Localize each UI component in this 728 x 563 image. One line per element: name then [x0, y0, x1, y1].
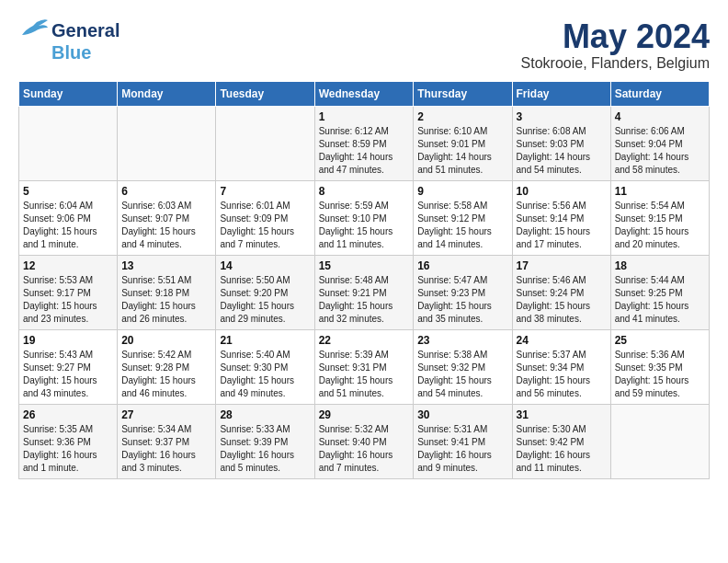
cell-info: Sunrise: 5:43 AMSunset: 9:27 PMDaylight:…	[23, 349, 113, 400]
cell-info: Sunrise: 5:59 AMSunset: 9:10 PMDaylight:…	[319, 200, 410, 251]
day-number: 20	[121, 334, 211, 347]
calendar-cell: 19Sunrise: 5:43 AMSunset: 9:27 PMDayligh…	[19, 329, 118, 404]
day-header-friday: Friday	[512, 81, 610, 106]
calendar-cell	[118, 106, 216, 180]
cell-info: Sunrise: 5:36 AMSunset: 9:35 PMDaylight:…	[615, 349, 705, 400]
calendar-cell: 30Sunrise: 5:31 AMSunset: 9:41 PMDayligh…	[414, 404, 512, 478]
day-number: 24	[517, 334, 607, 347]
calendar-cell: 23Sunrise: 5:38 AMSunset: 9:32 PMDayligh…	[414, 329, 512, 404]
day-number: 31	[517, 408, 607, 421]
week-row-1: 1Sunrise: 6:12 AMSunset: 8:59 PMDaylight…	[19, 106, 710, 180]
day-number: 23	[417, 334, 507, 347]
calendar-cell: 13Sunrise: 5:51 AMSunset: 9:18 PMDayligh…	[118, 255, 216, 329]
cell-info: Sunrise: 6:06 AMSunset: 9:04 PMDaylight:…	[615, 125, 705, 177]
calendar-cell: 27Sunrise: 5:34 AMSunset: 9:37 PMDayligh…	[118, 404, 216, 478]
cell-info: Sunrise: 6:04 AMSunset: 9:06 PMDaylight:…	[23, 200, 113, 251]
calendar-cell: 21Sunrise: 5:40 AMSunset: 9:30 PMDayligh…	[216, 329, 314, 404]
cell-info: Sunrise: 5:42 AMSunset: 9:28 PMDaylight:…	[121, 349, 211, 400]
day-header-thursday: Thursday	[414, 81, 512, 106]
logo-icon	[18, 18, 48, 42]
calendar-cell: 9Sunrise: 5:58 AMSunset: 9:12 PMDaylight…	[414, 180, 512, 255]
day-header-tuesday: Tuesday	[216, 81, 314, 106]
day-header-monday: Monday	[118, 81, 216, 106]
calendar-cell: 20Sunrise: 5:42 AMSunset: 9:28 PMDayligh…	[118, 329, 216, 404]
cell-info: Sunrise: 5:30 AMSunset: 9:42 PMDaylight:…	[517, 423, 607, 475]
month-title: May 2024	[521, 18, 710, 55]
title-block: May 2024 Stokrooie, Flanders, Belgium	[521, 18, 710, 72]
calendar-cell: 8Sunrise: 5:59 AMSunset: 9:10 PMDaylight…	[314, 180, 414, 255]
calendar-cell: 15Sunrise: 5:48 AMSunset: 9:21 PMDayligh…	[314, 255, 414, 329]
calendar-cell: 10Sunrise: 5:56 AMSunset: 9:14 PMDayligh…	[512, 180, 610, 255]
day-number: 5	[23, 185, 113, 198]
calendar-cell: 18Sunrise: 5:44 AMSunset: 9:25 PMDayligh…	[610, 255, 709, 329]
week-row-3: 12Sunrise: 5:53 AMSunset: 9:17 PMDayligh…	[19, 255, 710, 329]
day-number: 8	[319, 185, 410, 198]
calendar-cell: 24Sunrise: 5:37 AMSunset: 9:34 PMDayligh…	[512, 329, 610, 404]
cell-info: Sunrise: 5:56 AMSunset: 9:14 PMDaylight:…	[517, 200, 607, 251]
logo-blue: Blue	[51, 42, 91, 63]
day-number: 14	[220, 259, 310, 272]
day-number: 13	[121, 259, 211, 272]
cell-info: Sunrise: 6:01 AMSunset: 9:09 PMDaylight:…	[220, 200, 310, 251]
day-number: 10	[517, 185, 607, 198]
cell-info: Sunrise: 5:31 AMSunset: 9:41 PMDaylight:…	[417, 423, 507, 475]
calendar-cell	[216, 106, 314, 180]
day-number: 19	[23, 334, 113, 347]
calendar-cell: 1Sunrise: 6:12 AMSunset: 8:59 PMDaylight…	[314, 106, 414, 180]
day-number: 7	[220, 185, 310, 198]
cell-info: Sunrise: 5:39 AMSunset: 9:31 PMDaylight:…	[319, 349, 410, 400]
week-row-4: 19Sunrise: 5:43 AMSunset: 9:27 PMDayligh…	[19, 329, 710, 404]
calendar-table: SundayMondayTuesdayWednesdayThursdayFrid…	[18, 81, 710, 479]
day-number: 9	[417, 185, 507, 198]
calendar-cell: 3Sunrise: 6:08 AMSunset: 9:03 PMDaylight…	[512, 106, 610, 180]
calendar-cell: 12Sunrise: 5:53 AMSunset: 9:17 PMDayligh…	[19, 255, 118, 329]
week-row-2: 5Sunrise: 6:04 AMSunset: 9:06 PMDaylight…	[19, 180, 710, 255]
cell-info: Sunrise: 6:08 AMSunset: 9:03 PMDaylight:…	[517, 125, 607, 177]
cell-info: Sunrise: 6:12 AMSunset: 8:59 PMDaylight:…	[319, 125, 410, 177]
cell-info: Sunrise: 5:32 AMSunset: 9:40 PMDaylight:…	[319, 423, 410, 475]
day-number: 25	[615, 334, 705, 347]
day-number: 22	[319, 334, 410, 347]
day-number: 30	[417, 408, 507, 421]
logo-general: General	[51, 20, 119, 41]
calendar-cell: 17Sunrise: 5:46 AMSunset: 9:24 PMDayligh…	[512, 255, 610, 329]
week-row-5: 26Sunrise: 5:35 AMSunset: 9:36 PMDayligh…	[19, 404, 710, 478]
day-header-saturday: Saturday	[610, 81, 709, 106]
calendar-cell: 26Sunrise: 5:35 AMSunset: 9:36 PMDayligh…	[19, 404, 118, 478]
calendar-cell: 29Sunrise: 5:32 AMSunset: 9:40 PMDayligh…	[314, 404, 414, 478]
cell-info: Sunrise: 5:47 AMSunset: 9:23 PMDaylight:…	[417, 274, 507, 326]
calendar-cell: 31Sunrise: 5:30 AMSunset: 9:42 PMDayligh…	[512, 404, 610, 478]
day-number: 17	[517, 259, 607, 272]
cell-info: Sunrise: 5:40 AMSunset: 9:30 PMDaylight:…	[220, 349, 310, 400]
calendar-cell: 5Sunrise: 6:04 AMSunset: 9:06 PMDaylight…	[19, 180, 118, 255]
cell-info: Sunrise: 5:48 AMSunset: 9:21 PMDaylight:…	[319, 274, 410, 326]
cell-info: Sunrise: 5:51 AMSunset: 9:18 PMDaylight:…	[121, 274, 211, 326]
day-number: 1	[319, 110, 410, 123]
calendar-cell	[610, 404, 709, 478]
day-number: 16	[417, 259, 507, 272]
day-number: 29	[319, 408, 410, 421]
day-number: 4	[615, 110, 705, 123]
cell-info: Sunrise: 5:50 AMSunset: 9:20 PMDaylight:…	[220, 274, 310, 326]
page-header: General Blue May 2024 Stokrooie, Flander…	[18, 18, 710, 72]
cell-info: Sunrise: 5:38 AMSunset: 9:32 PMDaylight:…	[417, 349, 507, 400]
calendar-cell	[19, 106, 118, 180]
day-number: 2	[417, 110, 507, 123]
calendar-cell: 7Sunrise: 6:01 AMSunset: 9:09 PMDaylight…	[216, 180, 314, 255]
day-number: 28	[220, 408, 310, 421]
day-number: 3	[517, 110, 607, 123]
day-header-wednesday: Wednesday	[314, 81, 414, 106]
location-subtitle: Stokrooie, Flanders, Belgium	[521, 55, 710, 72]
day-number: 21	[220, 334, 310, 347]
calendar-cell: 22Sunrise: 5:39 AMSunset: 9:31 PMDayligh…	[314, 329, 414, 404]
calendar-header: SundayMondayTuesdayWednesdayThursdayFrid…	[19, 81, 710, 106]
calendar-cell: 4Sunrise: 6:06 AMSunset: 9:04 PMDaylight…	[610, 106, 709, 180]
cell-info: Sunrise: 5:58 AMSunset: 9:12 PMDaylight:…	[417, 200, 507, 251]
cell-info: Sunrise: 5:46 AMSunset: 9:24 PMDaylight:…	[517, 274, 607, 326]
cell-info: Sunrise: 5:44 AMSunset: 9:25 PMDaylight:…	[615, 274, 705, 326]
cell-info: Sunrise: 5:37 AMSunset: 9:34 PMDaylight:…	[517, 349, 607, 400]
day-number: 12	[23, 259, 113, 272]
day-number: 6	[121, 185, 211, 198]
calendar-cell: 11Sunrise: 5:54 AMSunset: 9:15 PMDayligh…	[610, 180, 709, 255]
cell-info: Sunrise: 6:03 AMSunset: 9:07 PMDaylight:…	[121, 200, 211, 251]
